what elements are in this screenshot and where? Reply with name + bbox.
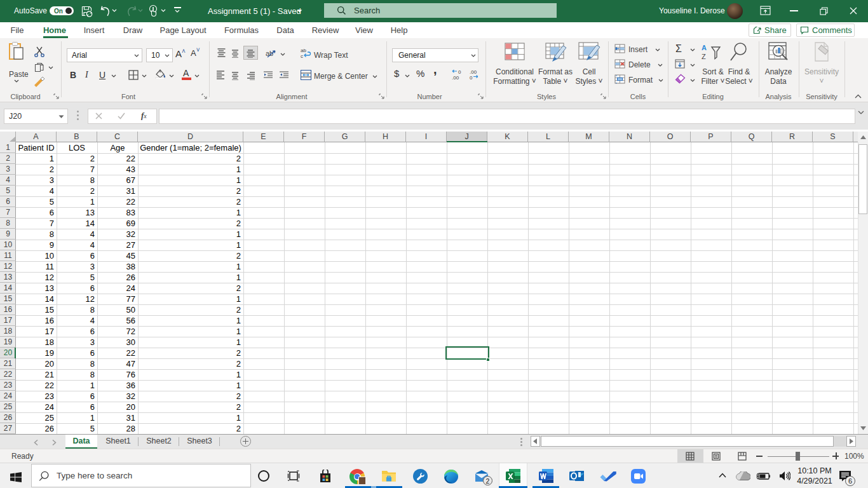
svg-text:Z: Z [702, 53, 706, 60]
svg-text:A: A [702, 44, 707, 51]
svg-text:ab: ab [301, 48, 306, 53]
svg-text:0: 0 [470, 75, 473, 80]
svg-text:.00: .00 [452, 75, 459, 80]
svg-text:c: c [301, 53, 303, 58]
